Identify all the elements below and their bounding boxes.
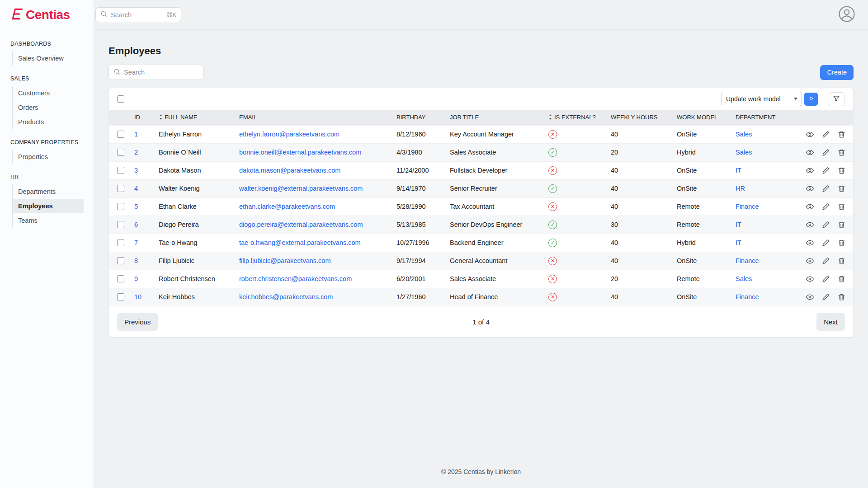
next-page-button[interactable]: Next [816,313,845,331]
cell-full-name: Filip Ljubicic [154,252,235,270]
list-search[interactable] [108,65,203,80]
row-department-link[interactable]: Finance [736,203,759,210]
view-button[interactable] [806,148,814,157]
row-email-link[interactable]: bonnie.oneill@external.parakeetvans.com [239,149,361,156]
row-id-link[interactable]: 6 [134,221,138,228]
row-checkbox[interactable] [117,149,124,156]
select-all-checkbox[interactable] [117,95,124,103]
sidebar-item-sales-overview[interactable]: Sales Overview [13,51,84,66]
delete-button[interactable] [837,202,846,211]
delete-button[interactable] [837,275,846,283]
row-id-link[interactable]: 5 [134,203,138,210]
row-department-link[interactable]: Sales [736,275,752,282]
row-department-link[interactable]: HR [736,185,745,192]
delete-button[interactable] [837,148,846,157]
row-email-link[interactable]: tae-o.hwang@external.parakeetvans.com [239,239,361,246]
row-email-link[interactable]: ethelyn.farron@parakeetvans.com [239,131,340,138]
row-department-link[interactable]: Sales [736,149,752,156]
cell-birthday: 11/24/2000 [392,161,445,179]
sidebar-item-properties[interactable]: Properties [13,150,84,164]
delete-button[interactable] [837,130,846,139]
row-department-link[interactable]: Sales [736,131,752,138]
delete-button[interactable] [837,257,846,265]
row-department-link[interactable]: Finance [736,293,759,300]
edit-button[interactable] [821,184,830,193]
previous-page-button[interactable]: Previous [117,313,158,331]
sidebar-item-orders[interactable]: Orders [13,100,84,115]
row-department-link[interactable]: Finance [736,257,759,264]
row-department-link[interactable]: IT [736,239,741,246]
run-bulk-action-button[interactable] [804,93,818,106]
sidebar-item-employees[interactable]: Employees [13,199,84,213]
edit-button[interactable] [821,130,830,139]
row-checkbox[interactable] [117,185,124,192]
row-id-link[interactable]: 2 [134,149,138,156]
sidebar-item-customers[interactable]: Customers [13,86,84,100]
edit-button[interactable] [821,202,830,211]
view-button[interactable] [806,184,814,193]
cell-job-title: Key Account Manager [445,125,544,143]
row-checkbox[interactable] [117,221,124,228]
row-email-link[interactable]: dakota.mason@parakeetvans.com [239,167,340,174]
view-button[interactable] [806,275,814,283]
row-id-link[interactable]: 4 [134,185,138,192]
delete-button[interactable] [837,166,846,175]
sidebar-item-teams[interactable]: Teams [13,213,84,228]
column-header-is-external[interactable]: IS EXTERNAL? [544,110,606,125]
edit-button[interactable] [821,166,830,175]
row-id-link[interactable]: 7 [134,239,138,246]
row-checkbox[interactable] [117,167,124,174]
row-checkbox[interactable] [117,239,124,246]
list-search-input[interactable] [124,69,198,76]
row-email-link[interactable]: diogo.pereira@external.parakeetvans.com [239,221,363,228]
edit-button[interactable] [821,275,830,283]
row-checkbox[interactable] [117,131,124,138]
row-checkbox[interactable] [117,257,124,264]
column-header-full-name[interactable]: FULL NAME [154,110,235,125]
view-button[interactable] [806,293,814,301]
bulk-action-select[interactable]: Update work model [721,92,802,106]
sidebar-item-products[interactable]: Products [13,115,84,129]
delete-button[interactable] [837,293,846,301]
row-id-link[interactable]: 1 [134,131,138,138]
is-external-icon [548,202,557,211]
delete-button[interactable] [837,184,846,193]
global-search-input[interactable] [111,11,163,19]
sidebar-section-label: SALES [0,75,94,82]
row-id-link[interactable]: 10 [134,293,142,300]
view-button[interactable] [806,130,814,139]
sidebar-item-departments[interactable]: Departments [13,184,84,199]
row-actions [801,257,849,265]
view-button[interactable] [806,221,814,229]
user-menu-button[interactable] [838,5,855,24]
edit-button[interactable] [821,293,830,301]
row-checkbox[interactable] [117,293,124,300]
row-id-link[interactable]: 9 [134,275,138,282]
row-department-link[interactable]: IT [736,167,741,174]
delete-button[interactable] [837,221,846,229]
row-email-link[interactable]: filip.ljubicic@parakeetvans.com [239,257,331,264]
edit-button[interactable] [821,221,830,229]
row-checkbox[interactable] [117,203,124,210]
row-id-link[interactable]: 3 [134,167,138,174]
row-department-link[interactable]: IT [736,221,741,228]
row-email-link[interactable]: keir.hobbes@parakeetvans.com [239,293,333,300]
filter-button[interactable] [828,92,845,106]
delete-button[interactable] [837,239,846,247]
view-button[interactable] [806,202,814,211]
row-checkbox[interactable] [117,275,124,282]
row-email-link[interactable]: walter.koenig@external.parakeetvans.com [239,185,363,192]
row-email-link[interactable]: ethan.clarke@parakeetvans.com [239,203,335,210]
row-email-link[interactable]: robert.christensen@parakeetvans.com [239,275,352,282]
row-id-link[interactable]: 8 [134,257,138,264]
create-button[interactable]: Create [820,65,854,80]
brand-logo[interactable]: Centias [0,0,94,30]
view-button[interactable] [806,257,814,265]
edit-button[interactable] [821,257,830,265]
view-button[interactable] [806,166,814,175]
global-search[interactable]: ⌘K [95,7,181,22]
edit-button[interactable] [821,148,830,157]
edit-button[interactable] [821,239,830,247]
view-button[interactable] [806,239,814,247]
footer-copyright: © 2025 Centias by Linkerion [108,457,854,488]
